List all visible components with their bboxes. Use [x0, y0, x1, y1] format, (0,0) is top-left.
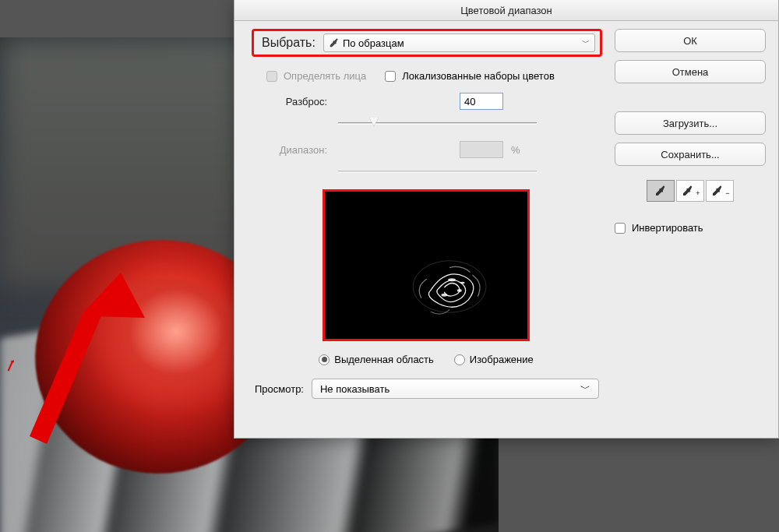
dialog-right-panel: ОК Отмена Загрузить... Сохранить... + − … — [615, 29, 766, 427]
ok-button[interactable]: ОК — [615, 29, 766, 52]
save-button[interactable]: Сохранить... — [615, 143, 766, 166]
radio-selection[interactable]: Выделенная область — [319, 354, 434, 365]
fuzziness-input[interactable]: 40 — [460, 93, 503, 110]
eyedropper-sample-button[interactable] — [647, 180, 675, 202]
range-unit: % — [511, 144, 520, 156]
radio-icon — [454, 354, 465, 365]
checkbox-icon — [266, 71, 277, 82]
selection-preview[interactable] — [325, 192, 527, 339]
preview-mode-value: Не показывать — [320, 383, 390, 395]
svg-point-6 — [448, 278, 456, 281]
eyedropper-plus-icon — [682, 185, 694, 197]
select-label: Выбрать: — [262, 36, 315, 50]
select-method-value: По образцам — [343, 37, 404, 49]
selection-mask-icon — [407, 252, 500, 321]
select-method-dropdown[interactable]: По образцам ﹀ — [323, 33, 595, 52]
svg-marker-4 — [30, 273, 121, 444]
localized-colors-checkbox[interactable]: Локализованные наборы цветов — [385, 70, 555, 82]
localized-colors-label: Локализованные наборы цветов — [402, 70, 555, 82]
cancel-button[interactable]: Отмена — [615, 60, 766, 83]
eyedropper-icon — [329, 37, 340, 48]
slider-thumb-icon[interactable] — [369, 118, 379, 126]
radio-image-label: Изображение — [470, 354, 534, 365]
annotation-arrow-head — [8, 265, 148, 467]
eyedropper-minus-icon — [711, 185, 724, 197]
eyedropper-icon — [654, 185, 667, 197]
radio-image[interactable]: Изображение — [454, 354, 534, 365]
dialog-left-panel: Выбрать: По образцам ﹀ Определять лиц — [252, 29, 615, 427]
invert-checkbox[interactable]: Инвертировать — [615, 222, 766, 234]
fuzziness-slider[interactable] — [338, 116, 537, 130]
dialog-title: Цветовой диапазон — [234, 0, 778, 21]
preview-highlight — [323, 189, 530, 341]
radio-icon — [319, 354, 330, 365]
svg-point-7 — [457, 289, 462, 292]
load-button[interactable]: Загрузить... — [615, 111, 766, 135]
checkbox-icon — [385, 71, 396, 82]
checkbox-icon — [615, 223, 626, 234]
fuzziness-label: Разброс: — [263, 96, 327, 107]
invert-label: Инвертировать — [632, 222, 703, 234]
range-input — [460, 141, 503, 158]
range-slider — [338, 164, 537, 178]
svg-point-5 — [413, 261, 486, 312]
radio-selection-label: Выделенная область — [334, 354, 434, 365]
detect-faces-checkbox: Определять лица — [266, 70, 366, 82]
range-label: Диапазон: — [263, 144, 327, 156]
svg-point-9 — [460, 282, 465, 284]
svg-point-8 — [441, 294, 447, 297]
preview-mode-dropdown[interactable]: Не показывать ﹀ — [312, 379, 599, 399]
chevron-down-icon: ﹀ — [580, 382, 590, 396]
preview-mode-label: Просмотр: — [255, 383, 304, 395]
chevron-down-icon: ﹀ — [582, 37, 590, 48]
color-range-dialog: Цветовой диапазон Выбрать: По образцам ﹀ — [234, 0, 779, 439]
select-row-highlight: Выбрать: По образцам ﹀ — [252, 29, 602, 57]
detect-faces-label: Определять лица — [284, 70, 366, 82]
eyedropper-add-button[interactable]: + — [676, 180, 704, 202]
eyedropper-subtract-button[interactable]: − — [706, 180, 734, 202]
